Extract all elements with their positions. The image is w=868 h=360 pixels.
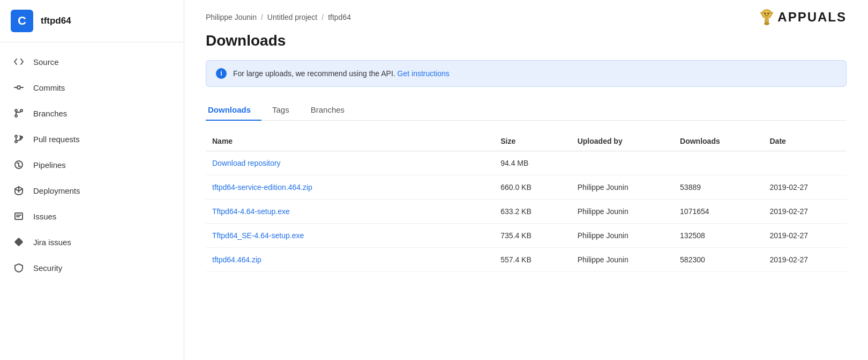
topbar: Philippe Jounin / Untitled project / tft…: [184, 0, 868, 26]
sidebar-item-source-label: Source: [33, 57, 59, 67]
file-download-link[interactable]: tftpd64.464.zip: [212, 255, 261, 264]
svg-point-21: [765, 13, 766, 14]
main-content: Philippe Jounin / Untitled project / tft…: [184, 0, 868, 360]
security-icon: [13, 262, 25, 274]
table-row: Download repository94.4 MB: [206, 151, 847, 175]
cell-uploaded-by: Philippe Jounin: [571, 224, 674, 248]
page-title: Downloads: [206, 32, 847, 49]
sidebar-item-issues[interactable]: Issues: [0, 203, 184, 229]
jira-icon: [13, 236, 25, 248]
sidebar-item-pipelines[interactable]: Pipelines: [0, 152, 184, 178]
commit-icon: [13, 82, 25, 93]
table-row: Tftpd64-4.64-setup.exe633.2 KBPhilippe J…: [206, 200, 847, 224]
sidebar-item-pull-requests-label: Pull requests: [33, 135, 80, 144]
breadcrumb-user[interactable]: Philippe Jounin: [206, 13, 257, 21]
appuals-icon: [758, 9, 775, 26]
cell-name: Download repository: [206, 151, 494, 175]
tab-branches[interactable]: Branches: [300, 100, 355, 121]
cell-downloads: 53889: [674, 175, 763, 200]
cell-uploaded-by: Philippe Jounin: [571, 175, 674, 200]
table-row: Tftpd64_SE-4.64-setup.exe735.4 KBPhilipp…: [206, 224, 847, 248]
info-banner: i For large uploads, we recommend using …: [206, 60, 847, 87]
cell-name: tftpd64-service-edition.464.zip: [206, 175, 494, 200]
col-header-uploaded-by: Uploaded by: [571, 131, 674, 151]
sidebar-item-commits-label: Commits: [33, 83, 65, 92]
sidebar-item-deployments[interactable]: Deployments: [0, 178, 184, 203]
cell-size: 557.4 KB: [494, 248, 571, 272]
col-header-size: Size: [494, 131, 571, 151]
downloads-table: Name Size Uploaded by Downloads Date Dow…: [206, 131, 847, 272]
issues-icon: [13, 210, 25, 222]
page-content: Downloads i For large uploads, we recomm…: [184, 26, 868, 293]
cell-name: Tftpd64-4.64-setup.exe: [206, 200, 494, 224]
cell-downloads: 582300: [674, 248, 763, 272]
sidebar-item-jira-issues-label: Jira issues: [33, 238, 71, 247]
brand-name: APPUALS: [777, 10, 847, 25]
breadcrumb-sep-2: /: [321, 13, 324, 21]
cell-uploaded-by: [571, 151, 674, 175]
breadcrumb-repo[interactable]: tftpd64: [328, 13, 351, 21]
sidebar-item-branches-label: Branches: [33, 109, 67, 118]
table-row: tftpd64.464.zip557.4 KBPhilippe Jounin58…: [206, 248, 847, 272]
info-text: For large uploads, we recommend using th…: [233, 69, 450, 78]
cell-name: tftpd64.464.zip: [206, 248, 494, 272]
tab-tags[interactable]: Tags: [261, 100, 300, 121]
sidebar-item-issues-label: Issues: [33, 212, 56, 221]
cell-size: 735.4 KB: [494, 224, 571, 248]
table-row: tftpd64-service-edition.464.zip660.0 KBP…: [206, 175, 847, 200]
branches-icon: [13, 107, 25, 119]
svg-rect-16: [14, 238, 24, 247]
logo-box: C: [11, 10, 33, 32]
col-header-downloads: Downloads: [674, 131, 763, 151]
file-download-link[interactable]: tftpd64-service-edition.464.zip: [212, 183, 312, 192]
cell-date: 2019-02-27: [764, 200, 847, 224]
cell-downloads: 132508: [674, 224, 763, 248]
cell-downloads: 1071654: [674, 200, 763, 224]
cell-downloads: [674, 151, 763, 175]
code-icon: [13, 56, 25, 68]
sidebar-item-pull-requests[interactable]: Pull requests: [0, 126, 184, 152]
svg-point-26: [764, 22, 769, 25]
breadcrumb-sep-1: /: [261, 13, 263, 21]
sidebar-item-commits[interactable]: Commits: [0, 75, 184, 100]
sidebar-logo: C tftpd64: [0, 0, 184, 42]
cell-size: 633.2 KB: [494, 200, 571, 224]
cell-size: 94.4 MB: [494, 151, 571, 175]
logo-letter: C: [18, 14, 26, 28]
file-download-link[interactable]: Tftpd64-4.64-setup.exe: [212, 207, 290, 216]
cell-date: [764, 151, 847, 175]
cell-date: 2019-02-27: [764, 175, 847, 200]
pipelines-icon: [13, 159, 25, 171]
col-header-name: Name: [206, 131, 494, 151]
breadcrumb: Philippe Jounin / Untitled project / tft…: [206, 13, 351, 21]
col-header-date: Date: [764, 131, 847, 151]
cell-date: 2019-02-27: [764, 248, 847, 272]
cell-date: 2019-02-27: [764, 224, 847, 248]
project-name: tftpd64: [41, 16, 71, 26]
appuals-brand: APPUALS: [758, 9, 847, 26]
sidebar-item-security-label: Security: [33, 263, 62, 273]
sidebar: C tftpd64 Source Commits: [0, 0, 184, 360]
cell-size: 660.0 KB: [494, 175, 571, 200]
sidebar-item-jira-issues[interactable]: Jira issues: [0, 229, 184, 255]
info-link[interactable]: Get instructions: [398, 69, 450, 78]
sidebar-item-security[interactable]: Security: [0, 255, 184, 281]
tab-downloads[interactable]: Downloads: [206, 100, 261, 121]
download-repo-link[interactable]: Download repository: [212, 159, 281, 167]
cell-uploaded-by: Philippe Jounin: [571, 248, 674, 272]
sidebar-item-branches[interactable]: Branches: [0, 100, 184, 126]
sidebar-item-pipelines-label: Pipelines: [33, 160, 66, 170]
pull-request-icon: [13, 133, 25, 145]
tabs-bar: Downloads Tags Branches: [206, 100, 847, 121]
sidebar-nav: Source Commits: [0, 42, 184, 360]
sidebar-item-source[interactable]: Source: [0, 49, 184, 75]
svg-point-22: [768, 13, 769, 14]
info-icon: i: [216, 68, 227, 79]
cell-name: Tftpd64_SE-4.64-setup.exe: [206, 224, 494, 248]
sidebar-item-deployments-label: Deployments: [33, 186, 80, 195]
deployments-icon: [13, 185, 25, 196]
breadcrumb-project[interactable]: Untitled project: [267, 13, 317, 21]
file-download-link[interactable]: Tftpd64_SE-4.64-setup.exe: [212, 231, 304, 240]
cell-uploaded-by: Philippe Jounin: [571, 200, 674, 224]
